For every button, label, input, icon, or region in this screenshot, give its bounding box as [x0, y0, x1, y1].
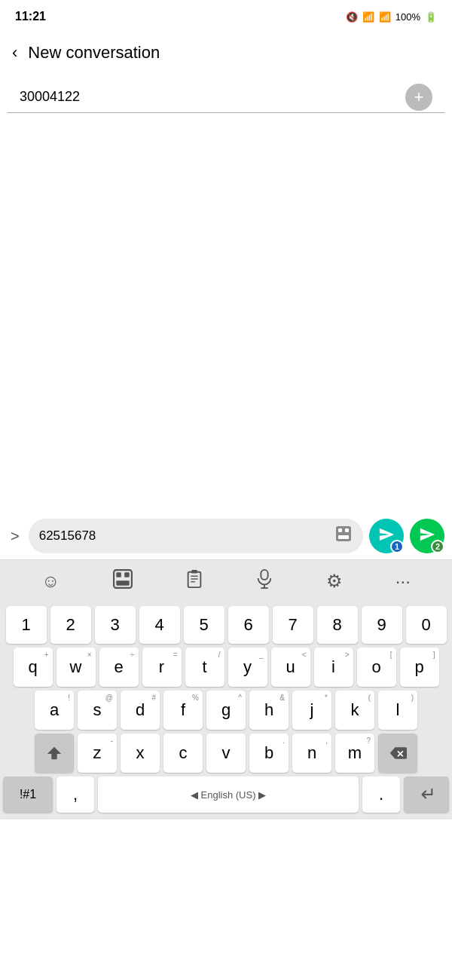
- clipboard-toolbar-button[interactable]: [185, 569, 203, 593]
- key-5[interactable]: 5: [184, 606, 224, 644]
- key-p[interactable]: ]p: [400, 648, 439, 687]
- key-o[interactable]: [o: [357, 648, 396, 687]
- key-9[interactable]: 9: [362, 606, 402, 644]
- back-button[interactable]: ‹: [12, 44, 17, 61]
- key-r[interactable]: =r: [142, 648, 182, 687]
- shift-key[interactable]: [35, 733, 74, 773]
- page-title: New conversation: [28, 43, 160, 63]
- key-j[interactable]: *j: [292, 691, 331, 730]
- svg-rect-3: [338, 535, 349, 539]
- message-area: [0, 113, 452, 513]
- backspace-icon: [389, 746, 407, 761]
- key-z[interactable]: -z: [78, 733, 117, 773]
- key-0[interactable]: 0: [406, 606, 447, 644]
- message-input-bar: > 1 2: [0, 513, 452, 559]
- key-i[interactable]: >i: [314, 648, 353, 687]
- keyboard-bottom-row: !#1 , ◀ English (US) ▶ .: [3, 776, 449, 813]
- svg-rect-1: [338, 528, 342, 532]
- key-6[interactable]: 6: [228, 606, 269, 644]
- signal-icon-2: 📶: [379, 11, 391, 23]
- key-b[interactable]: .b: [249, 733, 289, 773]
- mic-toolbar-button[interactable]: [256, 569, 273, 593]
- status-time: 11:21: [15, 10, 46, 23]
- key-k[interactable]: (k: [335, 691, 374, 730]
- svg-rect-9: [191, 569, 197, 573]
- more-toolbar-button[interactable]: ···: [396, 571, 411, 592]
- keyboard-row-1: +q ×w ÷e =r /t _y <u >i [o ]p: [3, 648, 449, 687]
- key-s[interactable]: @s: [78, 691, 117, 730]
- key-v[interactable]: v: [206, 733, 246, 773]
- enter-key[interactable]: [404, 776, 449, 813]
- key-8[interactable]: 8: [317, 606, 358, 644]
- key-q[interactable]: +q: [14, 648, 53, 687]
- svg-rect-2: [345, 528, 349, 532]
- emoji-toolbar-button[interactable]: ☺: [41, 571, 60, 592]
- shift-icon: [46, 745, 63, 761]
- key-a[interactable]: !a: [35, 691, 74, 730]
- key-n[interactable]: ,n: [292, 733, 331, 773]
- key-x[interactable]: x: [121, 733, 160, 773]
- key-c[interactable]: c: [163, 733, 203, 773]
- space-key[interactable]: ◀ English (US) ▶: [98, 776, 359, 813]
- enter-icon: [417, 786, 436, 803]
- recipient-input[interactable]: [20, 89, 405, 105]
- add-icon: +: [414, 87, 424, 107]
- key-d[interactable]: #d: [121, 691, 160, 730]
- sticker-toolbar-button[interactable]: [113, 569, 133, 593]
- key-y[interactable]: _y: [228, 648, 267, 687]
- backspace-key[interactable]: [378, 733, 417, 773]
- key-g[interactable]: ^g: [206, 691, 246, 730]
- settings-toolbar-button[interactable]: ⚙: [326, 571, 343, 592]
- header: ‹ New conversation: [0, 30, 452, 75]
- status-bar: 11:21 🔇 📶 📶 100% 🔋: [0, 0, 452, 30]
- mute-icon: 🔇: [346, 11, 358, 23]
- comma-key[interactable]: ,: [56, 776, 94, 813]
- key-1[interactable]: 1: [6, 606, 47, 644]
- send-badge-2: 2: [431, 540, 444, 553]
- expand-button[interactable]: >: [8, 525, 23, 548]
- key-w[interactable]: ×w: [56, 648, 96, 687]
- key-h[interactable]: &h: [249, 691, 289, 730]
- signal-icon-1: 📶: [362, 11, 374, 23]
- key-l[interactable]: )l: [378, 691, 417, 730]
- sym-key[interactable]: !#1: [3, 776, 53, 813]
- send-button-1[interactable]: 1: [369, 519, 404, 553]
- key-m[interactable]: ?m: [335, 733, 374, 773]
- keyboard-row-2: !a @s #d %f ^g &h *j (k )l: [3, 691, 449, 730]
- svg-rect-5: [116, 572, 121, 577]
- key-4[interactable]: 4: [139, 606, 180, 644]
- message-input-wrap: [29, 519, 363, 553]
- svg-rect-6: [124, 572, 130, 577]
- keyboard-toolbar: ☺ ⚙ ···: [0, 559, 452, 602]
- sticker-icon: [334, 525, 353, 543]
- battery-icon: 🔋: [425, 11, 437, 23]
- send-button-2[interactable]: 2: [410, 519, 444, 553]
- keyboard-number-row: 1 2 3 4 5 6 7 8 9 0: [3, 606, 449, 644]
- sticker-button[interactable]: [334, 525, 353, 547]
- key-7[interactable]: 7: [273, 606, 313, 644]
- key-e[interactable]: ÷e: [99, 648, 139, 687]
- key-f[interactable]: %f: [163, 691, 203, 730]
- recipient-row: +: [8, 75, 444, 113]
- period-key[interactable]: .: [362, 776, 400, 813]
- keyboard-row-3: -z x c v .b ,n ?m: [3, 733, 449, 773]
- svg-rect-13: [261, 569, 268, 579]
- key-u[interactable]: <u: [271, 648, 310, 687]
- svg-rect-7: [116, 580, 129, 586]
- add-recipient-button[interactable]: +: [405, 84, 432, 111]
- svg-rect-8: [188, 571, 201, 586]
- key-2[interactable]: 2: [50, 606, 91, 644]
- key-3[interactable]: 3: [95, 606, 136, 644]
- message-input[interactable]: [39, 528, 330, 544]
- battery-text: 100%: [396, 11, 420, 23]
- key-t[interactable]: /t: [185, 648, 224, 687]
- keyboard: 1 2 3 4 5 6 7 8 9 0 +q ×w ÷e =r /t _y <u…: [0, 602, 452, 819]
- send-badge-1: 1: [390, 540, 404, 553]
- status-icons: 🔇 📶 📶 100% 🔋: [346, 11, 437, 23]
